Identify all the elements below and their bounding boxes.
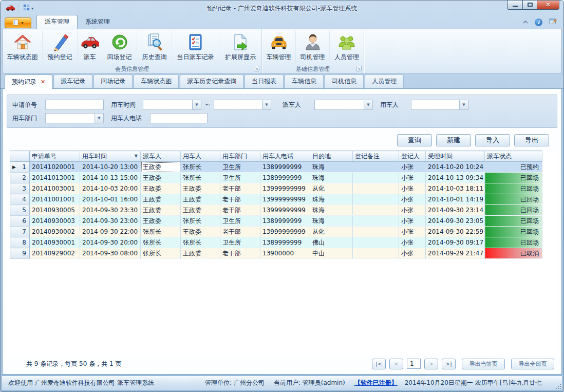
column-header[interactable]: 用车时间▼: [80, 151, 141, 162]
tab-daily-report[interactable]: 当日报表: [245, 74, 284, 88]
first-page-button[interactable]: |<: [372, 359, 386, 369]
cell-dispatcher[interactable]: 王政委: [141, 162, 181, 173]
table-row[interactable]: 8201409300012014-09-30 20:00张所长张所长卫生所138…: [10, 237, 542, 248]
cell-phone[interactable]: 13999999999: [260, 205, 310, 216]
cell-order_no[interactable]: 20140930005: [30, 205, 80, 216]
order-no-input[interactable]: [45, 100, 104, 110]
cell-user[interactable]: 王政委: [181, 248, 220, 259]
cell-remark[interactable]: [353, 183, 399, 194]
page-number-input[interactable]: [407, 359, 421, 369]
cell-use_time[interactable]: 2014-09-30 23:00: [80, 216, 141, 227]
dept-select[interactable]: ▼: [45, 113, 104, 123]
cell-remark[interactable]: [353, 248, 399, 259]
cell-user[interactable]: 张所长: [181, 216, 220, 227]
cell-dept[interactable]: 卫生所: [220, 162, 260, 173]
cell-accept_time[interactable]: 2014-09-30 22:59: [426, 227, 485, 237]
cell-dispatcher[interactable]: 王政委: [141, 183, 181, 194]
cell-registrar[interactable]: 小张: [399, 194, 426, 205]
cell-use_time[interactable]: 2014-10-01 16:00: [80, 194, 141, 205]
cell-order_no[interactable]: 20140929002: [30, 248, 80, 259]
cell-registrar[interactable]: 小张: [399, 227, 426, 237]
table-row[interactable]: 2201410130012014-10-13 15:00王政委张所长卫生所138…: [10, 173, 542, 183]
ribbon-tab-dispatch[interactable]: 派车管理: [36, 15, 78, 29]
ribbon-button-personnel-management[interactable]: 人员管理: [330, 31, 364, 64]
row-indicator[interactable]: 8: [10, 237, 30, 248]
cell-remark[interactable]: [353, 194, 399, 205]
ribbon-button-today-dispatch-records[interactable]: 当日派车记录: [172, 31, 219, 64]
cell-remark[interactable]: [353, 216, 399, 227]
row-indicator[interactable]: 2: [10, 173, 30, 183]
cell-phone[interactable]: 1389999999: [260, 173, 310, 183]
cell-order_no[interactable]: 20141020001: [30, 162, 80, 173]
cell-use_time[interactable]: 2014-09-30 22:00: [80, 227, 141, 237]
column-header[interactable]: 受理时间: [426, 151, 485, 162]
row-indicator[interactable]: 7: [10, 227, 30, 237]
export-current-page-button[interactable]: 导出当前页: [462, 359, 505, 369]
column-header[interactable]: 登记人: [399, 151, 426, 162]
cell-status[interactable]: 已回场: [485, 183, 542, 194]
cell-dept[interactable]: 卫生所: [220, 237, 260, 248]
cell-status[interactable]: 已回场: [485, 227, 542, 237]
cell-registrar[interactable]: 小张: [399, 237, 426, 248]
ribbon-tab-system[interactable]: 系统管理: [78, 15, 118, 29]
cell-remark[interactable]: [353, 162, 399, 173]
cell-destination[interactable]: 中山: [310, 248, 353, 259]
use-time-from-select[interactable]: ▼: [143, 100, 201, 110]
tab-dispatch-records[interactable]: 派车记录: [53, 74, 92, 88]
row-indicator[interactable]: 4: [10, 194, 30, 205]
cell-use_time[interactable]: 2014-09-30 23:30: [80, 205, 141, 216]
cell-destination[interactable]: 珠海: [310, 194, 353, 205]
cell-status[interactable]: 已回场: [485, 205, 542, 216]
user-select[interactable]: ▼: [411, 100, 468, 110]
row-indicator[interactable]: 3: [10, 183, 30, 194]
ribbon-button-dispatch[interactable]: 派车: [78, 31, 102, 64]
ribbon-button-extended-screen[interactable]: 扩展屏显示: [219, 31, 261, 64]
cell-remark[interactable]: [353, 173, 399, 183]
row-indicator[interactable]: 6: [10, 216, 30, 227]
column-header[interactable]: 用车人电话: [260, 151, 310, 162]
cell-dispatcher[interactable]: 王政委: [141, 205, 181, 216]
cell-order_no[interactable]: 20141013001: [30, 173, 80, 183]
license-registered-link[interactable]: 【软件已注册】: [354, 379, 398, 387]
cell-remark[interactable]: [353, 205, 399, 216]
table-row[interactable]: 4201410010012014-10-01 16:00王政委王政委老干部139…: [10, 194, 542, 205]
cell-use_time[interactable]: 2014-10-20 13:00: [80, 162, 141, 173]
row-indicator-header[interactable]: [10, 151, 30, 162]
cell-status[interactable]: 已预约: [485, 162, 542, 173]
tab-return-records[interactable]: 回场记录: [93, 74, 133, 88]
table-row[interactable]: 5201409300052014-09-30 23:30王政委王政委老干部139…: [10, 205, 542, 216]
tab-personnel-management[interactable]: 人员管理: [365, 74, 404, 88]
cell-dispatcher[interactable]: 王政委: [141, 173, 181, 183]
cell-registrar[interactable]: 小张: [399, 248, 426, 259]
cell-phone[interactable]: 13999999999: [260, 183, 310, 194]
ribbon-button-vehicle-status-map[interactable]: 车辆状态图: [3, 31, 43, 64]
cell-phone[interactable]: 1389999999: [260, 237, 310, 248]
minimize-button[interactable]: [507, 0, 522, 10]
cell-status[interactable]: 已回场: [485, 237, 542, 248]
next-page-button[interactable]: >: [424, 359, 438, 369]
tab-dispatch-history-query[interactable]: 派车历史记录查询: [180, 74, 243, 88]
cell-dept[interactable]: 老干部: [220, 183, 260, 194]
cell-phone[interactable]: 13999999999: [260, 194, 310, 205]
dialog-launcher-icon[interactable]: ↘: [356, 66, 362, 71]
cell-accept_time[interactable]: 2014-10-01 14:19: [426, 194, 485, 205]
row-indicator[interactable]: 5: [10, 205, 30, 216]
cell-accept_time[interactable]: 2014-09-30 23:05: [426, 216, 485, 227]
cell-use_time[interactable]: 2014-10-03 20:00: [80, 183, 141, 194]
close-tab-icon[interactable]: ✕: [41, 79, 45, 85]
new-button[interactable]: 新建: [436, 134, 471, 146]
cell-destination[interactable]: 珠海: [310, 216, 353, 227]
table-row[interactable]: 7201409300022014-09-30 22:00张所长王政委老干部139…: [10, 227, 542, 237]
cell-destination[interactable]: 珠海: [310, 205, 353, 216]
cell-status[interactable]: 已回场: [485, 194, 542, 205]
dispatcher-select[interactable]: ▼: [314, 100, 373, 110]
tab-reservation-records[interactable]: 预约记录 ✕: [5, 74, 52, 89]
cell-user[interactable]: 张所长: [181, 237, 220, 248]
cell-user[interactable]: 王政委: [181, 227, 220, 237]
column-header[interactable]: 目的地: [310, 151, 353, 162]
import-button[interactable]: 导入: [475, 134, 510, 146]
cell-remark[interactable]: [353, 237, 399, 248]
cell-destination[interactable]: 从化: [310, 227, 353, 237]
column-header[interactable]: 用车部门: [220, 151, 260, 162]
phone-input[interactable]: [150, 113, 208, 123]
